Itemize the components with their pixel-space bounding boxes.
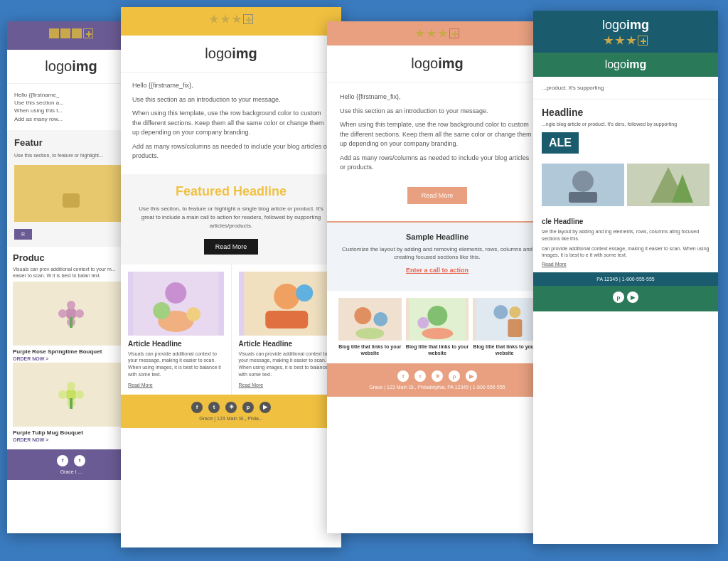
youtube-icon[interactable]: ▶: [259, 402, 271, 413]
card4-logo-secondary: logoimg: [605, 58, 647, 70]
card3-sample-desc: Customize the layout by adding and remov…: [340, 245, 535, 261]
card2-footer-text: Grace | 123 Main St., Phila...: [128, 416, 334, 421]
email-template-card-1: logoimg Hello {{firstname_ Use this sect…: [7, 21, 135, 533]
svg-point-29: [422, 328, 453, 339]
card4-headline-desc: ...ngle blog article or product. It's de…: [542, 121, 710, 128]
instagram-icon[interactable]: ☀: [432, 370, 443, 382]
card2-article1-read-more[interactable]: Read More: [128, 383, 224, 388]
youtube-icon[interactable]: ▶: [466, 370, 477, 382]
card3-blog2: Blog title that links to your website: [406, 298, 469, 356]
svg-point-12: [75, 390, 84, 399]
blog3-illustration: [473, 298, 536, 341]
card2-article2-image: [239, 272, 335, 336]
svg-rect-1: [63, 193, 80, 208]
twitter-icon[interactable]: t: [414, 370, 426, 382]
card1-greeting: Hello {{firstname_: [14, 91, 128, 99]
svg-point-22: [296, 284, 313, 301]
email-template-card-3: logoimg Hello {{firstname_fix}, Use this…: [327, 21, 547, 533]
facebook-icon[interactable]: f: [191, 402, 203, 413]
thumb2-svg: [627, 164, 710, 206]
card3-blog1-title: Blog title that links to your website: [338, 343, 402, 356]
svg-point-28: [427, 306, 447, 326]
card1-flower1-name: Purple Rose Springtime Bouquet: [13, 348, 129, 355]
card2-body-p1: When using this template, use the row ba…: [132, 109, 330, 138]
card3-logo-section: logoimg: [327, 46, 547, 82]
card1-intro: Use this section a...: [14, 99, 128, 107]
pinterest-icon[interactable]: p: [449, 370, 460, 382]
card4-headline: Headline: [542, 107, 710, 118]
twitter-icon[interactable]: t: [208, 402, 220, 413]
card3-footer: f t ☀ p ▶ Grace | 123 Main St., Philadel…: [327, 363, 547, 397]
card4-footer: p ▶: [533, 286, 718, 311]
card1-featured: Featur Use this section, to feature or h…: [7, 130, 135, 247]
card1-product-desc: Visuals can prov additional context to y…: [13, 266, 129, 279]
svg-point-34: [510, 306, 521, 318]
card4-article-body: can provide additional context essage, m…: [542, 245, 710, 260]
card3-blog2-title: Blog title that links to your website: [406, 343, 469, 356]
card1-product-section: Produc Visuals can prov additional conte…: [7, 247, 135, 449]
card3-social-icons: f t ☀ p ▶: [334, 370, 540, 382]
svg-point-0: [64, 178, 78, 195]
card2-featured-area: Featured Headline Use this section, to f…: [121, 174, 341, 265]
card1-body-p2: Add as many row...: [14, 115, 128, 123]
card4-contact-bar: PA 12345 | 1-800-555-555: [533, 272, 718, 286]
card2-article2-read-more[interactable]: Read More: [239, 383, 335, 388]
instagram-icon[interactable]: ☀: [225, 402, 237, 413]
card2-read-more-btn[interactable]: Read More: [204, 239, 259, 255]
svg-rect-21: [265, 311, 308, 328]
card1-body: Hello {{firstname_ Use this section a...…: [7, 84, 135, 130]
card1-featured-headline: Featur: [14, 137, 128, 148]
article2-illustration: [239, 272, 335, 336]
flower2-svg: [53, 377, 89, 412]
card1-flower1-order[interactable]: ORDER NOW >: [13, 356, 129, 361]
card2-article1: Article Headline Visuals can provide add…: [121, 265, 232, 395]
card4-thumb1: [542, 164, 624, 206]
card1-featured-desc: Use this section, to feature or highligh…: [14, 152, 128, 159]
card3-greeting: Hello {{firstname_fix},: [340, 92, 535, 102]
card3-sample-section: Sample Headline Customize the layout by …: [327, 221, 547, 291]
email-template-card-2: logoimg Hello {{firstname_fix}, Use this…: [121, 7, 341, 547]
card4-body-text: ...product. It's supporting: [542, 84, 710, 92]
card2-article1-desc: Visuals can provide additional context t…: [128, 351, 224, 378]
card4-headline-section: Headline ...ngle blog article or product…: [533, 100, 718, 164]
card4-logo-top: logoimg: [602, 18, 649, 32]
card3-read-more-btn[interactable]: Read More: [407, 187, 468, 204]
thumb1-svg: [542, 164, 624, 206]
card1-read-more-btn[interactable]: R: [14, 229, 32, 240]
card3-blog2-image: [406, 298, 469, 341]
card2-article2: Article Headline Visuals can provide add…: [232, 265, 342, 395]
card4-social-icons: p ▶: [539, 292, 712, 303]
pinterest-icon[interactable]: p: [242, 402, 254, 413]
svg-point-17: [153, 302, 170, 319]
card1-footer-text: Grace I ...: [13, 469, 129, 474]
card1-flower2-name: Purple Tulip Mug Bouquet: [13, 429, 129, 436]
card4-read-more[interactable]: Read More: [542, 262, 710, 267]
card2-featured-headline: Featured Headline: [132, 184, 330, 199]
pinterest-icon[interactable]: p: [613, 292, 624, 303]
svg-point-24: [354, 307, 371, 324]
card3-intro: Use this section as an introduction to y…: [340, 107, 535, 117]
twitter-icon[interactable]: t: [74, 455, 85, 466]
card4-img-grid: [533, 164, 718, 212]
star-3: [232, 14, 242, 24]
star-plus: [243, 14, 253, 24]
star-plus: [83, 28, 93, 38]
youtube-icon[interactable]: ▶: [627, 292, 638, 303]
card4-contact-text: PA 12345 | 1-800-555-555: [540, 277, 711, 282]
card2-article1-headline: Article Headline: [128, 340, 224, 348]
card4-article-headline: cle Headline: [542, 218, 710, 225]
card4-article-desc: ize the layout by adding and ing element…: [542, 228, 710, 242]
card1-footer: f t Grace I ...: [7, 449, 135, 480]
svg-point-18: [186, 307, 200, 321]
svg-point-20: [274, 284, 299, 309]
facebook-icon[interactable]: f: [397, 370, 409, 382]
card1-logo-section: logoimg: [7, 50, 135, 84]
facebook-icon[interactable]: f: [57, 455, 68, 466]
card4-primary-header: logoimg: [533, 11, 718, 53]
email-template-card-4: logoimg logoimg ...product. It's support…: [533, 11, 718, 544]
card3-body-p1: When using this template, use the row ba…: [340, 120, 535, 149]
card2-stars-row: [128, 14, 334, 24]
card1-body-p1: When using this t...: [14, 107, 128, 114]
card3-cta-link[interactable]: Enter a call to action: [340, 267, 535, 274]
card1-flower2-order[interactable]: ORDER NOW >: [13, 437, 129, 442]
